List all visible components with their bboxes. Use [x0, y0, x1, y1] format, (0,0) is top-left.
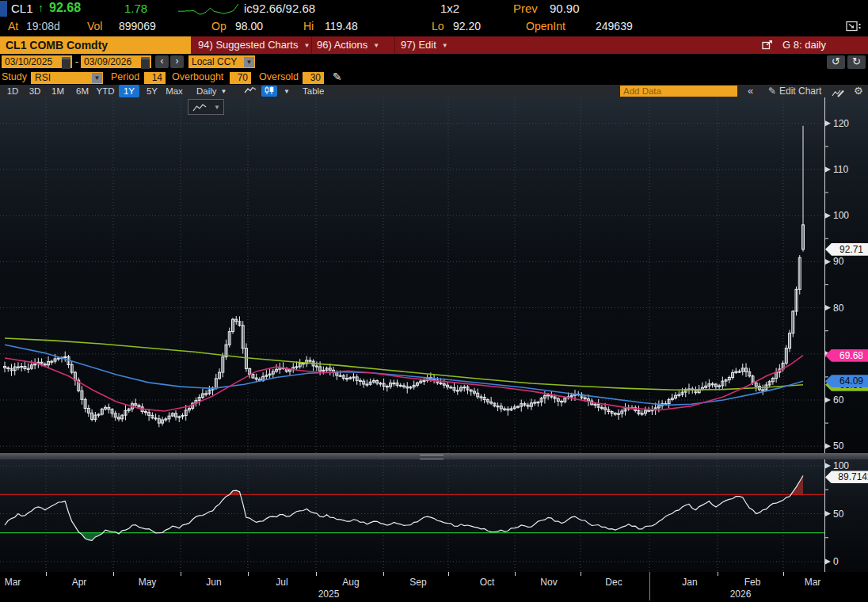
- collapse-panel-button[interactable]: «: [748, 85, 753, 97]
- open-value: 98.00: [235, 20, 263, 32]
- undo-button[interactable]: ↺: [827, 55, 845, 69]
- x-axis: MarAprMayJunJulAugSepOctNovDecJanFebMar2…: [0, 572, 868, 602]
- chart-mini-toolbar[interactable]: ▼: [188, 99, 224, 115]
- rsi-study-chart[interactable]: [0, 459, 868, 572]
- prev-range-button[interactable]: ‹: [155, 55, 169, 68]
- x-axis-month-label: Mar: [805, 577, 821, 588]
- x-axis-month-label: Jan: [682, 577, 697, 588]
- open-interest-value: 249639: [596, 20, 633, 32]
- overbought-input[interactable]: 70: [230, 72, 251, 84]
- rsi-line: [5, 476, 803, 541]
- menu-edit[interactable]: 97) Edit▼: [401, 36, 448, 54]
- start-date-field[interactable]: 03/10/2025: [2, 55, 72, 68]
- low-label: Lo: [432, 20, 444, 32]
- range-tab-1y[interactable]: 1Y: [119, 85, 139, 97]
- x-axis-year-label: 2025: [318, 589, 340, 600]
- security-field[interactable]: CL1 COMB Comdty: [0, 36, 191, 54]
- vol-label: Vol: [87, 20, 102, 32]
- menu-actions[interactable]: 96) Actions▼: [317, 36, 379, 54]
- range-tab-3d[interactable]: 3D: [25, 85, 44, 97]
- price-candlestick-chart[interactable]: [0, 97, 868, 453]
- table-view-button[interactable]: Table: [303, 85, 325, 97]
- bloomberg-chart-window: CL1 ↑ 92.68 1.78 ic92.66/92.68 1x2 Prev …: [0, 0, 868, 602]
- at-time: 19:08d: [26, 20, 60, 32]
- chevron-down-icon: ▼: [221, 88, 227, 95]
- study-select[interactable]: RSI ▼: [31, 72, 103, 84]
- calendar-icon[interactable]: [141, 57, 150, 69]
- net-change: 1.78: [124, 2, 147, 15]
- range-tab-6m[interactable]: 6M: [72, 85, 93, 97]
- price-up-arrow-icon: ↑: [38, 2, 44, 14]
- oversold-input[interactable]: 30: [303, 72, 324, 84]
- divider-grip-handle[interactable]: [420, 455, 444, 459]
- x-axis-month-label: Dec: [605, 577, 622, 588]
- study-label: Study: [2, 71, 27, 83]
- high-label: Hi: [303, 20, 314, 32]
- at-label: At: [8, 20, 18, 32]
- end-date-field[interactable]: 03/09/2026: [81, 55, 151, 68]
- market-status-indicator: [0, 1, 7, 17]
- security-menu-bar: CL1 COMB Comdty 94) Suggested Charts▼96)…: [0, 36, 868, 54]
- range-tab-1m[interactable]: 1M: [48, 85, 68, 97]
- oversold-label: Oversold: [259, 71, 299, 83]
- line-chart-icon: [192, 103, 207, 112]
- prev-close-value: 90.90: [550, 2, 580, 15]
- period-label: Period: [111, 71, 139, 83]
- x-axis-month-label: May: [139, 577, 157, 588]
- panel-divider[interactable]: [0, 453, 868, 459]
- x-axis-month-label: Mar: [5, 577, 21, 588]
- draw-annotation-icon[interactable]: ✎: [333, 70, 342, 83]
- open-label: Op: [211, 20, 227, 32]
- range-tab-max[interactable]: Max: [162, 85, 187, 97]
- currency-select[interactable]: Local CCY ▼: [188, 55, 255, 68]
- prev-label: Prev: [513, 2, 538, 15]
- chart-tag: G 8: daily: [782, 36, 826, 54]
- add-data-input[interactable]: [620, 86, 737, 97]
- x-axis-month-label: Jul: [276, 577, 287, 588]
- next-range-button[interactable]: ›: [170, 55, 184, 68]
- x-axis-month-label: Aug: [342, 577, 359, 588]
- chevron-down-icon: ▼: [214, 104, 220, 111]
- range-tab-5y[interactable]: 5Y: [143, 85, 162, 97]
- settings-gear-icon[interactable]: ⚙: [854, 85, 863, 97]
- screen-grab-icon[interactable]: [846, 21, 862, 34]
- edit-chart-button[interactable]: Edit Chart: [779, 85, 821, 97]
- chart-toolbar: 1D3D1M6MYTD1Y5YMax Daily▼ ▼ Table « ✎ Ed…: [0, 85, 868, 97]
- ma-mid-line: [5, 345, 803, 405]
- frequency-select[interactable]: Daily▼: [196, 85, 227, 97]
- chevron-down-icon[interactable]: ▼: [244, 57, 254, 67]
- x-axis-month-label: Jun: [206, 577, 221, 588]
- chevron-down-icon[interactable]: ▼: [284, 86, 290, 98]
- x-axis-month-label: Oct: [480, 577, 495, 588]
- edit-pencil-icon[interactable]: ✎: [768, 85, 776, 97]
- x-axis-month-label: Sep: [409, 577, 426, 588]
- low-value: 92.20: [453, 20, 481, 32]
- last-price: 92.68: [49, 1, 81, 15]
- x-axis-month-label: Feb: [744, 577, 761, 588]
- vol-value: 899069: [119, 20, 156, 32]
- x-axis-year-label: 2026: [730, 589, 752, 600]
- period-input[interactable]: 14: [144, 72, 166, 84]
- chevron-down-icon[interactable]: ▼: [92, 73, 102, 83]
- range-tab-1d[interactable]: 1D: [3, 85, 22, 97]
- x-axis-month-label: Nov: [540, 577, 557, 588]
- intraday-sparkline: [177, 2, 239, 16]
- ma-slow-line: [5, 338, 803, 390]
- bid-ask-quote: ic92.66/92.68: [244, 2, 315, 15]
- high-value: 119.48: [325, 20, 358, 32]
- range-tab-ytd[interactable]: YTD: [93, 85, 117, 97]
- x-axis-month-label: Apr: [72, 577, 87, 588]
- redo-button[interactable]: ↻: [847, 55, 866, 69]
- study-bar: Study RSI ▼ Period 14 Overbought 70 Over…: [0, 70, 868, 85]
- menu-suggested-charts[interactable]: 94) Suggested Charts▼: [198, 36, 310, 54]
- candle-chart-type-button[interactable]: [261, 86, 277, 97]
- ticker-bar: CL1 ↑ 92.68 1.78 ic92.66/92.68 1x2 Prev …: [0, 0, 868, 36]
- overbought-label: Overbought: [172, 71, 223, 83]
- launch-icon[interactable]: [762, 40, 773, 50]
- year-divider-line: [649, 572, 650, 600]
- date-range-separator: -: [75, 56, 78, 67]
- ticker-symbol: CL1: [11, 2, 33, 15]
- chart-area: ▼ 120110100908070605063.3064.0969.6892.7…: [0, 97, 868, 602]
- calendar-icon[interactable]: [62, 57, 70, 69]
- line-chart-type-button[interactable]: [242, 86, 258, 97]
